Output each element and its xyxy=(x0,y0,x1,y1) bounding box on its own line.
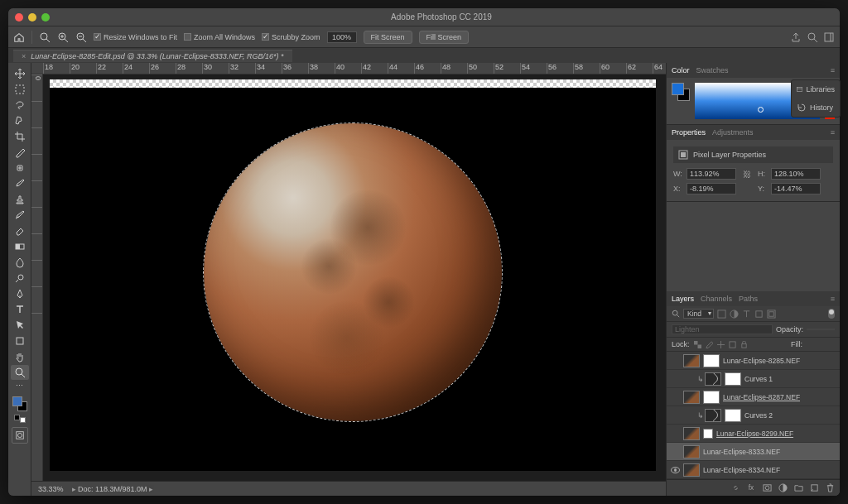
quick-select-tool[interactable] xyxy=(11,113,29,128)
lock-all-icon[interactable] xyxy=(740,341,748,348)
default-colors[interactable] xyxy=(14,415,26,423)
layer-mask-thumbnail[interactable] xyxy=(703,429,713,439)
move-tool[interactable] xyxy=(11,66,29,81)
layer-name[interactable]: Lunar-Eclipse-8285.NEF xyxy=(723,357,800,365)
layer-row[interactable]: Lunar-Eclipse-8299.NEF xyxy=(667,425,840,443)
lock-position-icon[interactable] xyxy=(717,341,725,348)
layer-name[interactable]: Lunar-Eclipse-8299.NEF xyxy=(716,430,793,438)
shape-tool[interactable] xyxy=(11,334,29,348)
fit-screen-button[interactable]: Fit Screen xyxy=(364,31,412,44)
layers-tab[interactable]: Layers xyxy=(672,295,694,303)
lock-transparency-icon[interactable] xyxy=(694,341,701,348)
crop-tool[interactable] xyxy=(11,129,29,144)
layer-name[interactable]: Curves 1 xyxy=(744,375,773,383)
brush-tool[interactable] xyxy=(11,176,29,191)
history-brush-tool[interactable] xyxy=(11,208,29,223)
layer-mask-thumbnail[interactable] xyxy=(703,354,720,367)
eyedropper-tool[interactable] xyxy=(11,145,29,160)
zoom-tool-icon[interactable] xyxy=(39,31,51,43)
type-tool[interactable] xyxy=(11,302,29,317)
ruler-horizontal[interactable]: 1820222426283032343638404244464850525456… xyxy=(31,63,666,74)
ruler-vertical[interactable]: 0 xyxy=(31,74,43,481)
lock-image-icon[interactable] xyxy=(706,341,713,348)
swatches-tab[interactable]: Swatches xyxy=(696,66,729,74)
status-doc-size[interactable]: ▸ Doc: 118.3M/981.0M ▸ xyxy=(72,485,154,493)
quick-mask-toggle[interactable] xyxy=(12,427,28,444)
workspace-icon[interactable] xyxy=(823,31,835,43)
maximize-window[interactable] xyxy=(41,13,50,22)
home-icon[interactable] xyxy=(13,31,25,43)
opacity-input[interactable] xyxy=(807,329,835,330)
close-tab-icon[interactable]: × xyxy=(22,52,26,60)
filter-kind-dropdown[interactable]: Kind xyxy=(683,309,714,319)
document-tab[interactable]: × Lunar-Eclipse-8285-Edit.psd @ 33.3% (L… xyxy=(13,50,292,62)
canvas[interactable] xyxy=(43,74,666,481)
libraries-tab[interactable]: Libraries xyxy=(792,80,840,98)
blend-mode-dropdown[interactable]: Lighten xyxy=(672,324,773,334)
layer-row[interactable]: ↳Curves 1 xyxy=(667,370,840,388)
healing-tool[interactable] xyxy=(11,161,29,175)
link-wh-icon[interactable]: ⛓ xyxy=(740,170,754,179)
layer-mask-icon[interactable] xyxy=(763,483,772,492)
layer-mask-thumbnail[interactable] xyxy=(725,409,741,422)
scrubby-zoom-check[interactable]: Scrubby Zoom xyxy=(262,33,320,41)
zoom-out-icon[interactable] xyxy=(75,31,87,43)
zoom-in-icon[interactable] xyxy=(57,31,69,43)
filter-smart-icon[interactable] xyxy=(767,310,776,319)
marquee-tool[interactable] xyxy=(11,82,29,97)
properties-tab[interactable]: Properties xyxy=(672,128,706,137)
status-zoom[interactable]: 33.33% xyxy=(38,485,64,493)
gradient-tool[interactable] xyxy=(11,239,29,254)
layer-row[interactable]: Lunar-Eclipse-8334.NEF xyxy=(667,461,840,479)
color-tab[interactable]: Color xyxy=(672,66,690,74)
delete-layer-icon[interactable] xyxy=(826,483,835,492)
stamp-tool[interactable] xyxy=(11,192,29,207)
zoom-tool[interactable] xyxy=(11,365,29,380)
adjustments-tab[interactable]: Adjustments xyxy=(712,128,754,137)
filter-pixel-icon[interactable] xyxy=(717,310,726,319)
adjustment-layer-icon[interactable] xyxy=(778,483,788,492)
layer-style-icon[interactable]: fx xyxy=(747,483,756,492)
history-tab[interactable]: History xyxy=(792,98,840,117)
layer-row[interactable]: Lunar-Eclipse-8285.NEF xyxy=(667,352,840,370)
path-select-tool[interactable] xyxy=(11,318,29,333)
filter-type-icon[interactable] xyxy=(742,310,751,319)
panel-menu-icon[interactable]: ≡ xyxy=(831,295,835,303)
panel-menu-icon[interactable]: ≡ xyxy=(831,66,835,74)
layer-name[interactable]: Lunar-Eclipse-8334.NEF xyxy=(703,466,780,474)
edit-toolbar[interactable]: ⋯ xyxy=(11,381,29,391)
zoom-all-check[interactable]: Zoom All Windows xyxy=(184,33,255,41)
resize-windows-check[interactable]: Resize Windows to Fit xyxy=(94,33,177,41)
group-icon[interactable] xyxy=(794,483,803,492)
filter-toggle[interactable] xyxy=(828,309,835,319)
layer-mask-thumbnail[interactable] xyxy=(725,372,741,386)
x-input[interactable]: -8.19% xyxy=(687,183,736,194)
layer-visibility[interactable] xyxy=(667,467,683,473)
color-swatch[interactable] xyxy=(672,83,690,101)
dodge-tool[interactable] xyxy=(11,271,29,286)
filter-shape-icon[interactable] xyxy=(754,310,764,319)
lasso-tool[interactable] xyxy=(11,98,29,113)
paths-tab[interactable]: Paths xyxy=(739,295,758,303)
layer-row[interactable]: Lunar-Eclipse-8287.NEF xyxy=(667,388,840,406)
pen-tool[interactable] xyxy=(11,286,29,301)
link-layers-icon[interactable] xyxy=(731,483,740,492)
eraser-tool[interactable] xyxy=(11,223,29,238)
channels-tab[interactable]: Channels xyxy=(701,295,732,303)
hand-tool[interactable] xyxy=(11,349,29,364)
panel-menu-icon[interactable]: ≡ xyxy=(831,128,835,137)
search-icon[interactable] xyxy=(807,31,818,43)
foreground-background-swatch[interactable] xyxy=(12,396,27,411)
layer-row[interactable]: Lunar-Eclipse-8333.NEF xyxy=(667,443,840,461)
height-input[interactable]: 128.10% xyxy=(771,168,821,180)
new-layer-icon[interactable] xyxy=(810,483,819,492)
close-window[interactable] xyxy=(15,13,23,22)
layer-name[interactable]: Lunar-Eclipse-8287.NEF xyxy=(723,393,800,401)
layer-name[interactable]: Curves 2 xyxy=(744,411,773,420)
layer-row[interactable]: ↳Curves 2 xyxy=(667,406,840,425)
filter-adjust-icon[interactable] xyxy=(730,310,739,319)
blur-tool[interactable] xyxy=(11,255,29,270)
share-icon[interactable] xyxy=(790,31,802,43)
y-input[interactable]: -14.47% xyxy=(771,183,821,194)
fill-screen-button[interactable]: Fill Screen xyxy=(419,31,470,44)
